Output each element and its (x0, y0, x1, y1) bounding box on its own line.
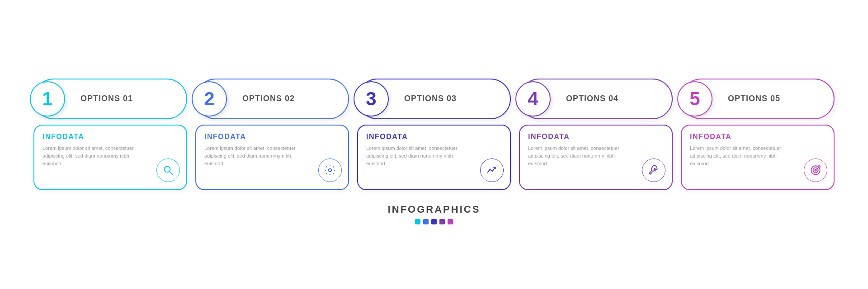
number-5: 5 (689, 88, 700, 110)
footer-dot (423, 219, 429, 224)
top-box-2: 2OPTIONS 02 (195, 79, 349, 119)
icon-circle-3 (480, 158, 504, 182)
number-2: 2 (204, 88, 214, 110)
option-col-1: 1OPTIONS 01INFODATALorem ipsum dolor sit… (33, 79, 187, 190)
footer-dot (448, 219, 453, 224)
option-label-4: OPTIONS 04 (566, 94, 618, 103)
infodata-text-3: Lorem ipsum dolor sit amet, consectetuer… (366, 144, 462, 168)
icon-circle-1 (156, 158, 180, 182)
number-3: 3 (366, 88, 376, 110)
infodata-title-4: INFODATA (528, 133, 665, 141)
icon-circle-2 (318, 158, 342, 182)
infodata-text-2: Lorem ipsum dolor sit amet, consectetuer… (204, 144, 300, 168)
infographic-container: 1OPTIONS 01INFODATALorem ipsum dolor sit… (0, 65, 868, 199)
option-label-1: OPTIONS 01 (80, 94, 133, 103)
number-1: 1 (42, 88, 52, 110)
number-4: 4 (528, 88, 538, 110)
bottom-box-1: INFODATALorem ipsum dolor sit amet, cons… (33, 125, 187, 190)
icon-circle-5 (804, 158, 827, 182)
footer-dot (431, 219, 437, 224)
bottom-box-5: INFODATALorem ipsum dolor sit amet, cons… (681, 125, 835, 190)
option-col-3: 3OPTIONS 03INFODATALorem ipsum dolor sit… (357, 79, 511, 190)
number-circle-1: 1 (30, 81, 65, 117)
bottom-box-2: INFODATALorem ipsum dolor sit amet, cons… (195, 125, 349, 190)
number-circle-4: 4 (515, 81, 551, 117)
top-box-1: 1OPTIONS 01 (33, 79, 187, 119)
infodata-title-5: INFODATA (690, 133, 826, 141)
infodata-title-3: INFODATA (366, 133, 503, 141)
option-label-3: OPTIONS 03 (404, 94, 457, 103)
infodata-text-4: Lorem ipsum dolor sit amet, consectetuer… (528, 144, 623, 168)
svg-point-3 (654, 168, 656, 170)
option-col-4: 4OPTIONS 04INFODATALorem ipsum dolor sit… (519, 79, 673, 190)
svg-line-1 (170, 172, 173, 175)
top-box-4: 4OPTIONS 04 (519, 79, 673, 119)
footer-dot (439, 219, 445, 224)
infodata-text-5: Lorem ipsum dolor sit amet, consectetuer… (690, 144, 785, 168)
bottom-box-4: INFODATALorem ipsum dolor sit amet, cons… (519, 125, 673, 190)
infodata-text-1: Lorem ipsum dolor sit amet, consectetuer… (42, 144, 138, 168)
number-circle-3: 3 (354, 81, 389, 117)
svg-point-0 (164, 166, 170, 172)
option-col-2: 2OPTIONS 02INFODATALorem ipsum dolor sit… (195, 79, 349, 190)
option-col-5: 5OPTIONS 05INFODATALorem ipsum dolor sit… (681, 79, 835, 190)
footer-title: INFOGRAPHICS (388, 204, 481, 215)
number-circle-5: 5 (677, 81, 712, 117)
bottom-box-3: INFODATALorem ipsum dolor sit amet, cons… (357, 125, 511, 190)
footer-dots (415, 219, 453, 224)
footer: INFOGRAPHICS (388, 204, 481, 224)
infodata-title-2: INFODATA (204, 133, 341, 141)
option-label-2: OPTIONS 02 (242, 94, 295, 103)
infodata-title-1: INFODATA (42, 133, 179, 141)
number-circle-2: 2 (192, 81, 227, 117)
svg-point-6 (815, 169, 816, 171)
icon-circle-4 (642, 158, 665, 182)
top-box-3: 3OPTIONS 03 (357, 79, 511, 119)
svg-point-2 (329, 168, 332, 172)
option-label-5: OPTIONS 05 (728, 94, 780, 103)
top-box-5: 5OPTIONS 05 (681, 79, 835, 119)
footer-dot (415, 219, 420, 224)
